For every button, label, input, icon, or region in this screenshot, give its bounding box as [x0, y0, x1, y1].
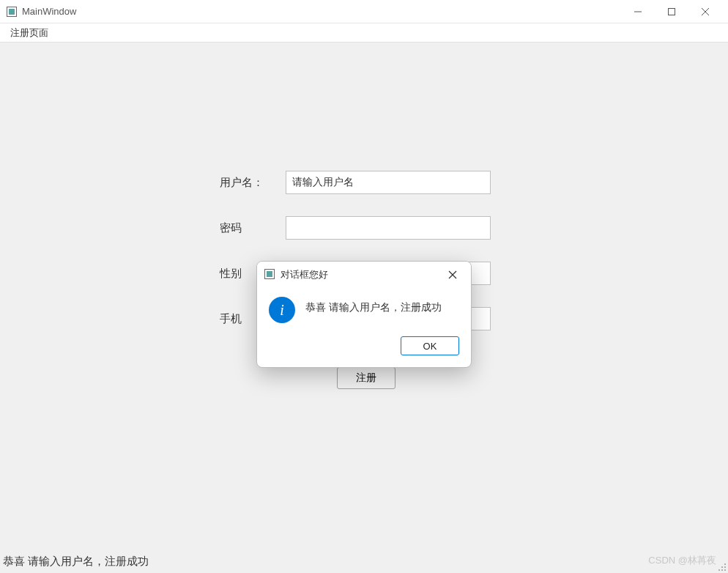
dialog-message: 恭喜 请输入用户名，注册成功 [305, 297, 442, 314]
dialog-titlebar: 对话框您好 [257, 262, 471, 288]
app-icon [6, 6, 18, 18]
svg-point-12 [724, 566, 726, 568]
resize-grip-icon[interactable] [716, 561, 727, 572]
window-title: MainWindow [22, 6, 621, 17]
dialog-close-button[interactable] [442, 264, 464, 286]
svg-point-10 [724, 563, 726, 565]
label-password: 密码 [220, 221, 286, 235]
info-dialog: 对话框您好 i 恭喜 请输入用户名，注册成功 OK [256, 261, 472, 368]
input-password[interactable] [286, 216, 491, 240]
ok-button[interactable]: OK [401, 336, 459, 355]
window-controls [621, 0, 722, 23]
svg-point-15 [724, 569, 726, 571]
register-button[interactable]: 注册 [337, 367, 395, 389]
svg-point-14 [721, 569, 723, 571]
svg-rect-1 [9, 9, 15, 15]
svg-point-13 [718, 569, 720, 571]
input-username[interactable] [286, 171, 491, 194]
svg-rect-7 [267, 271, 272, 277]
menubar: 注册页面 [0, 23, 728, 42]
label-username: 用户名： [220, 176, 286, 190]
dialog-buttons: OK [257, 329, 471, 367]
main-titlebar: MainWindow [0, 0, 728, 23]
row-username: 用户名： [220, 171, 513, 194]
svg-rect-3 [669, 8, 675, 15]
status-text: 恭喜 请输入用户名，注册成功 [3, 555, 149, 569]
dialog-app-icon [264, 269, 276, 281]
info-icon: i [269, 297, 295, 323]
svg-point-11 [721, 566, 723, 568]
close-button[interactable] [688, 0, 722, 23]
client-area: 用户名： 密码 性别 手机 注册 对话框您好 [0, 42, 728, 573]
row-password: 密码 [220, 216, 513, 240]
menu-register-page[interactable]: 注册页面 [6, 25, 53, 41]
dialog-body: i 恭喜 请输入用户名，注册成功 [257, 288, 471, 329]
maximize-button[interactable] [655, 0, 688, 23]
dialog-title: 对话框您好 [281, 268, 442, 281]
watermark: CSDN @林苒夜 [648, 554, 716, 567]
minimize-button[interactable] [621, 0, 655, 23]
